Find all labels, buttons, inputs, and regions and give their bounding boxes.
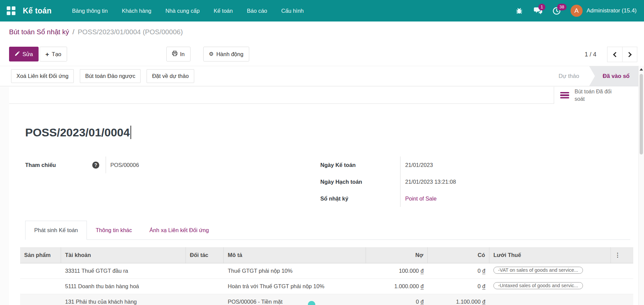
reset-to-draft-button[interactable]: Đặt về dự thảo [147,69,194,83]
reference-value[interactable]: POS/00006 [106,162,139,168]
posting-date-value[interactable]: 21/01/2023 13:21:08 [405,179,456,185]
edit-button[interactable]: Sửa [9,47,39,61]
record-title[interactable]: POSS/2023/01/0004 [25,126,131,139]
plus-icon: + [45,51,49,57]
col-product[interactable]: Sản phẩm [20,247,61,263]
menu-configuration[interactable]: Cấu hình [274,0,311,21]
help-icon[interactable]: ? [92,162,99,169]
breadcrumb: Bút toán Sổ nhật ký / POSS/2023/01/0004 … [0,21,644,42]
reconciled-entries-stat-button[interactable]: Bút toán Đã đối soát [554,87,638,104]
pager-next-button[interactable] [622,47,637,62]
action-menu-button[interactable]: ⚙ Hành động [203,47,249,61]
reference-label: Tham chiếu [25,162,92,168]
field-group-left: Tham chiếu ? POS/00006 [25,157,320,207]
edit-label: Sửa [22,51,33,57]
table-row[interactable]: 131 Phải thu của khách hàng POS/00006 - … [20,294,633,305]
reverse-entry-button[interactable]: Bút toán Đảo ngược [80,69,141,83]
activities-clock-icon[interactable]: 38 [552,6,562,16]
stage-draft[interactable]: Dự thảo [558,73,579,80]
scrollbar-thumb[interactable] [640,74,643,155]
pager-previous-button[interactable] [607,47,622,62]
table-row[interactable]: 5111 Doanh thu bán hàng hoá Hoàn trả với… [20,279,633,294]
messages-icon[interactable]: 1 [533,6,543,16]
journal-link[interactable]: Point of Sale [405,195,437,202]
menu-reporting[interactable]: Báo cáo [240,0,274,21]
action-menu-label: Hành động [216,51,244,57]
cell-account: 5111 Doanh thu bán hàng hoá [61,283,186,290]
tab-reconciliation-mapping[interactable]: Ánh xạ Liên kết Đối ứng [141,221,218,240]
messages-badge: 1 [538,4,545,10]
record-title-text: POSS/2023/01/0004 [25,126,130,139]
col-tax-grid[interactable]: Lưới Thuế [489,247,611,263]
statusbar: Xoá Liên kết Đối ứng Bút toán Đảo ngược … [0,66,638,86]
currency-symbol: đ [482,268,485,274]
col-credit[interactable]: Có [428,247,489,263]
user-menu[interactable]: A Administrator (15.4) [571,5,637,17]
chevron-right-icon [627,52,632,57]
scrollbar-up-arrow-icon[interactable] [640,68,643,71]
cell-debit: 100.000đ [399,268,424,274]
pencil-icon [15,51,20,57]
cell-debit: 0đ [416,299,424,305]
cell-description: Thuế GTGT phải nộp 10% [224,268,366,274]
menu-accounting[interactable]: Kế toán [207,0,240,21]
cell-description: Hoàn trả với Thuế GTGT phải nộp 10% [224,283,366,290]
cell-credit: 1.100.000đ [456,299,485,305]
text-cursor [130,126,131,139]
apps-grid-icon[interactable] [7,6,15,15]
print-label: In [180,51,185,57]
nav-right-cluster: 1 38 A Administrator (15.4) [514,5,637,17]
tax-grid-tag: -VAT on sales of goods and service... [493,267,583,274]
pager: 1 / 4 [585,47,637,62]
cell-account: 33311 Thuế GTGT đầu ra [61,268,186,274]
cell-debit: 1.000.000đ [394,283,424,290]
stage-widget: Dự thảo Đã vào sổ [558,66,638,86]
currency-symbol: đ [421,283,424,290]
notebook-tabs: Phát sinh Kế toán Thông tin khác Ánh xạ … [25,220,630,240]
stage-posted-label: Đã vào sổ [603,73,630,80]
pager-buttons [607,47,637,62]
hamburger-icon [560,92,569,99]
currency-symbol: đ [482,299,485,305]
activities-badge: 38 [557,4,567,10]
column-options-icon[interactable]: ⋮ [615,252,621,259]
create-button[interactable]: + Tạo [40,47,67,61]
breadcrumb-separator: / [72,28,74,36]
menu-dashboard[interactable]: Bảng thông tin [65,0,115,21]
remove-reconciliation-button[interactable]: Xoá Liên kết Đối ứng [11,69,74,83]
currency-symbol: đ [421,268,424,274]
journal-items-table: Sản phẩm Tài khoản Đối tác Mô tả Nợ Có L… [20,247,633,305]
button-box: Bút toán Đã đối soát [9,87,638,104]
stage-posted[interactable]: Đã vào sổ [589,66,638,86]
top-nav: Kế toán Bảng thông tin Khách hàng Nhà cu… [0,0,644,21]
menu-customers[interactable]: Khách hàng [115,0,158,21]
bug-icon[interactable] [514,6,524,16]
app-title[interactable]: Kế toán [23,6,52,15]
tax-grid-tag: -Untaxed sales of goods and servic... [493,282,583,289]
main-menu: Bảng thông tin Khách hàng Nhà cung cấp K… [65,0,311,21]
table-header: Sản phẩm Tài khoản Đối tác Mô tả Nợ Có L… [20,247,633,263]
col-partner[interactable]: Đối tác [186,247,224,263]
tab-other-info[interactable]: Thông tin khác [87,221,141,240]
gear-icon: ⚙ [209,51,214,57]
breadcrumb-current: POSS/2023/01/0004 (POS/00006) [78,28,183,36]
cell-description: POS/00006 - Tiền mặt [224,299,366,305]
cell-account: 131 Phải thu của khách hàng [61,299,186,305]
create-label: Tạo [52,51,61,57]
col-account[interactable]: Tài khoản [61,247,186,263]
accounting-date-label: Ngày Kế toán [320,162,356,168]
col-debit[interactable]: Nợ [366,247,428,263]
cell-credit: 0đ [478,283,485,290]
menu-vendors[interactable]: Nhà cung cấp [158,0,207,21]
form-sheet: Bút toán Đã đối soát POSS/2023/01/0004 T… [9,87,638,305]
table-row[interactable]: 33311 Thuế GTGT đầu ra Thuế GTGT phải nộ… [20,263,633,279]
user-name: Administrator (15.4) [587,7,637,14]
breadcrumb-parent-link[interactable]: Bút toán Sổ nhật ký [9,28,69,36]
print-button[interactable]: In [166,47,191,61]
col-description[interactable]: Mô tả [224,247,366,263]
accounting-date-value[interactable]: 21/01/2023 [405,162,433,168]
tab-journal-items[interactable]: Phát sinh Kế toán [25,221,87,240]
vertical-scrollbar[interactable] [638,66,644,305]
reconciled-entries-label: Bút toán Đã đối soát [575,88,618,102]
printer-icon [172,51,177,57]
